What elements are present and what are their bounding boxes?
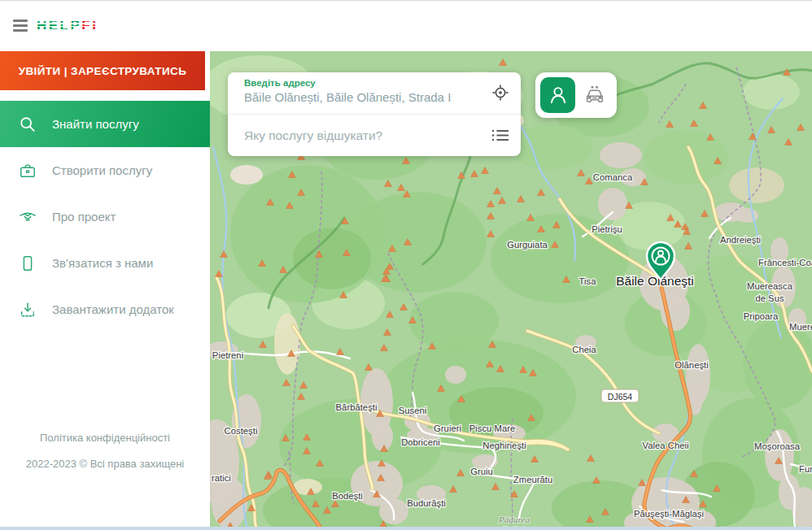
sidebar-item-label: Про проект (52, 210, 116, 224)
taxi-icon (583, 84, 606, 106)
map-label: Dobriceni (401, 437, 440, 447)
map[interactable]: ComancaPietrişuAndreieştiGurguiataFrânce… (210, 51, 812, 530)
map-label: Gruieri (434, 424, 461, 433)
address-row: Введіть адресу (228, 72, 521, 115)
map-label: Pripoara (744, 311, 779, 321)
map-label: Neghineşti (482, 441, 526, 450)
sidebar-nav: Знайти послугу Створити послугу Про прое… (0, 101, 210, 332)
map-label: Muere (789, 322, 812, 332)
map-label: Băile Olăneşti (616, 274, 694, 288)
map-label: Gruiu (470, 467, 493, 476)
sidebar-item-label: Знайти послугу (52, 117, 139, 131)
helpfi-app: HELPFI УВІЙТИ | ЗАРЕЄСТРУВАТИСЬ Знайти п… (0, 0, 812, 530)
hamburger-menu-icon[interactable] (13, 20, 28, 32)
map-label: Costeşti (225, 426, 258, 436)
town-area (445, 366, 466, 384)
map-label: Suseni (399, 406, 427, 415)
map-label: Budurăşti (407, 498, 446, 508)
map-label: Bodeşti (332, 491, 363, 501)
map-label: Olăneşti (674, 360, 708, 370)
map-label: Piscu Mare (469, 424, 516, 433)
sidebar: УВІЙТИ | ЗАРЕЄСТРУВАТИСЬ Знайти послугу … (0, 51, 210, 530)
field-patch (729, 167, 784, 203)
address-label: Введіть адресу (244, 78, 485, 88)
login-register-button[interactable]: УВІЙТИ | ЗАРЕЄСТРУВАТИСЬ (0, 51, 205, 90)
handshake-icon (18, 207, 37, 227)
map-label: ratici (212, 473, 231, 483)
search-icon (18, 115, 37, 134)
sidebar-item-label: Зв'язатися з нами (52, 256, 153, 270)
sidebar-item-create-service[interactable]: Створити послугу (0, 147, 210, 193)
sidebar-item-download-app[interactable]: Завантажити додаток (0, 286, 210, 332)
sidebar-item-find-service[interactable]: Знайти послугу (0, 101, 210, 147)
service-list-icon[interactable] (491, 128, 509, 146)
map-label: Zmeurătu (513, 475, 552, 484)
person-mode-button[interactable] (540, 77, 575, 113)
person-icon (548, 85, 569, 106)
mode-toggle (535, 72, 617, 118)
forest-patch (644, 129, 728, 185)
service-search-input[interactable] (228, 115, 521, 156)
sidebar-item-about-project[interactable]: Про проект (0, 193, 210, 240)
field-patch (274, 313, 300, 375)
sidebar-item-label: Створити послугу (52, 163, 152, 177)
map-label: Fundă (799, 464, 812, 474)
taxi-mode-button[interactable] (577, 77, 612, 113)
sidebar-item-contact-us[interactable]: Зв'язатися з нами (0, 240, 210, 286)
field-patch (230, 165, 263, 185)
map-label: Pietrişu (592, 224, 622, 234)
map-label: Pietreni (212, 350, 243, 360)
sidebar-footer: Політика конфіденційності 2022-2023 © Вс… (0, 418, 210, 470)
map-label: Cheia (572, 345, 596, 354)
map-label: de Sus (755, 293, 784, 303)
map-label: Pădurea (498, 515, 530, 524)
map-label: Bărbăteşti (336, 402, 378, 412)
map-label: Valea Cheii (643, 441, 689, 450)
locate-crosshair-icon[interactable] (491, 84, 509, 105)
service-row (228, 115, 521, 156)
briefcase-icon (18, 161, 37, 180)
town-area (600, 142, 642, 168)
logo-red-part: FI (81, 18, 98, 33)
topbar: HELPFI (0, 1, 812, 51)
sidebar-item-label: Завантажити додаток (52, 302, 174, 316)
road-badge-label: DJ654 (608, 392, 633, 402)
forest-patch (348, 192, 487, 293)
map-label: Moşoroasa (754, 441, 801, 451)
bottom-scrollbar[interactable] (0, 527, 812, 530)
copyright-text: 2022-2023 © Всі права захищені (0, 458, 210, 470)
town-area (714, 202, 747, 222)
map-label: Gurguiata (507, 240, 548, 250)
town-area (598, 188, 627, 220)
map-label: Frâncesti-Coa (758, 258, 812, 267)
logo-green-part: HELP (37, 18, 81, 33)
download-icon (18, 300, 37, 319)
town-area (372, 422, 393, 451)
address-input[interactable] (244, 90, 485, 104)
search-card: Введіть адресу (228, 72, 521, 156)
map-label: Andreieşti (720, 235, 761, 245)
phone-icon (18, 254, 37, 273)
map-label: Tisa (579, 276, 597, 286)
map-label: Muereasca (747, 281, 793, 291)
map-label: Comanca (593, 172, 633, 182)
privacy-policy-link[interactable]: Політика конфіденційності (0, 432, 210, 444)
map-label: Păuşeşti-Măglaşi (634, 509, 704, 519)
helpfi-logo[interactable]: HELPFI (37, 18, 98, 34)
